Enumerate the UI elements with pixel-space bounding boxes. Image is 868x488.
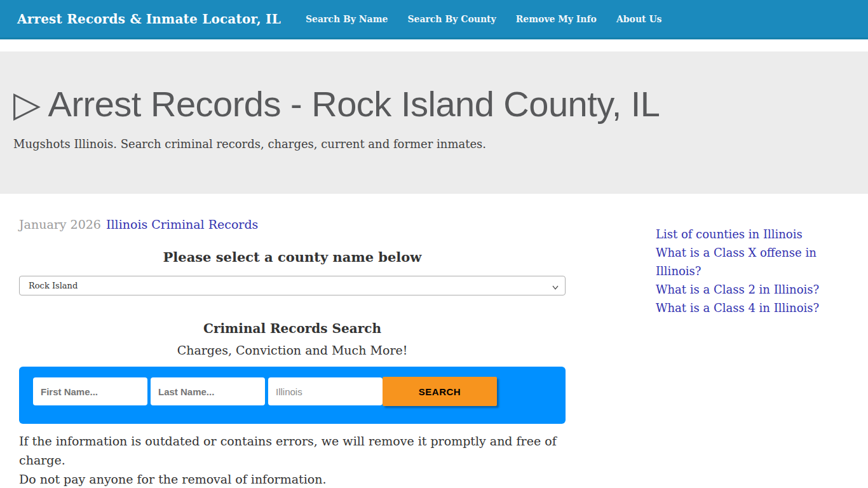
sidebar-link-class-4[interactable]: What is a Class 4 in Illinois? (656, 299, 829, 317)
date-label: January 2026 (19, 217, 101, 231)
breadcrumb: January 2026Illinois Criminal Records (19, 217, 566, 231)
state-input[interactable] (268, 377, 383, 405)
search-subheading: Charges, Conviction and Much More! (19, 343, 566, 357)
top-navbar: Arrest Records & Inmate Locator, IL Sear… (0, 0, 868, 39)
nav-remove-my-info[interactable]: Remove My Info (516, 14, 597, 24)
sidebar: List of counties in Illinois What is a C… (656, 225, 829, 317)
county-select[interactable]: Rock Island (19, 276, 566, 295)
first-name-input[interactable] (33, 377, 147, 405)
nav-search-by-county[interactable]: Search By County (407, 14, 496, 24)
county-select-wrap: Rock Island (19, 276, 566, 295)
sidebar-link-class-x[interactable]: What is a Class X offense in Illinois? (656, 243, 829, 280)
main-column: January 2026Illinois Criminal Records Pl… (19, 194, 566, 488)
page-subtitle: Mugshots Illinois. Search criminal recor… (13, 137, 855, 151)
criminal-records-search-heading: Criminal Records Search (19, 321, 566, 336)
removal-disclaimer: If the information is outdated or contai… (19, 431, 566, 488)
county-prompt-heading: Please select a county name below (19, 249, 566, 265)
nav-about-us[interactable]: About Us (616, 14, 662, 24)
sidebar-links: List of counties in Illinois What is a C… (656, 225, 829, 317)
disclaimer-line-1: If the information is outdated or contai… (19, 431, 566, 470)
nav-links: Search By Name Search By County Remove M… (306, 14, 682, 24)
content-area: January 2026Illinois Criminal Records Pl… (0, 194, 868, 488)
site-brand[interactable]: Arrest Records & Inmate Locator, IL (17, 11, 281, 27)
hero-banner: ▷ Arrest Records - Rock Island County, I… (0, 51, 868, 194)
search-form: SEARCH (19, 367, 566, 424)
disclaimer-line-2: Do not pay anyone for the removal of inf… (19, 470, 566, 488)
sidebar-link-class-2[interactable]: What is a Class 2 in Illinois? (656, 280, 829, 299)
last-name-input[interactable] (151, 377, 265, 405)
nav-search-by-name[interactable]: Search By Name (306, 14, 388, 24)
search-button[interactable]: SEARCH (383, 377, 497, 406)
sidebar-link-counties[interactable]: List of counties in Illinois (656, 225, 829, 243)
page-title: ▷ Arrest Records - Rock Island County, I… (13, 83, 855, 125)
illinois-criminal-records-link[interactable]: Illinois Criminal Records (106, 217, 258, 231)
